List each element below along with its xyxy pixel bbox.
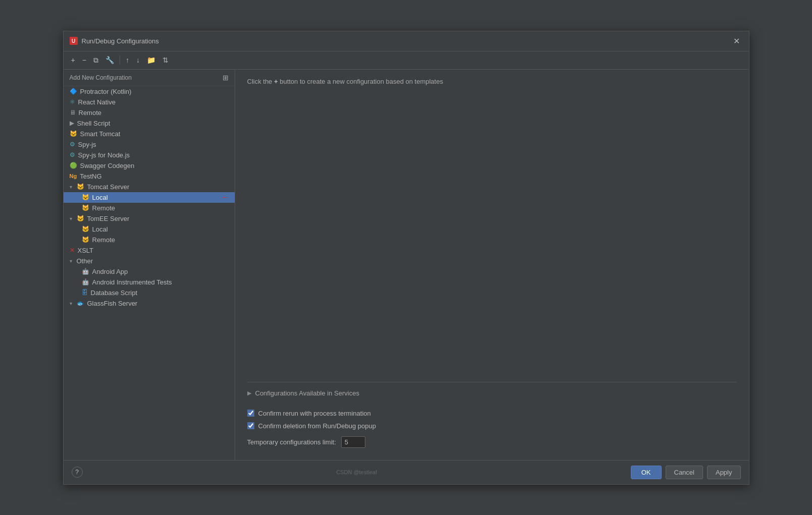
run-debug-dialog: U Run/Debug Configurations ✕ + − ⧉ 🔧 ↑ ↓… xyxy=(63,31,749,485)
glassfish-toggle[interactable]: ▾ xyxy=(70,301,75,306)
copy-config-button[interactable]: ⧉ xyxy=(91,54,101,66)
confirm-rerun-checkbox[interactable] xyxy=(247,410,254,417)
sidebar-item-protractor[interactable]: 🔷 Protractor (Kotlin) xyxy=(64,86,235,97)
android-app-icon: 🤖 xyxy=(82,268,89,275)
android-instrumented-label: Android Instrumented Tests xyxy=(92,278,172,286)
configs-available-label: Configurations Available in Services xyxy=(255,389,359,397)
configs-available-row[interactable]: ▶ Configurations Available in Services xyxy=(247,387,737,399)
sidebar-item-other[interactable]: ▾ Other xyxy=(64,256,235,266)
database-script-icon: 🗄 xyxy=(82,289,88,296)
watermark: CSDN @testleaf xyxy=(336,469,377,475)
dialog-title: Run/Debug Configurations xyxy=(82,37,159,45)
add-config-button[interactable]: + xyxy=(69,54,78,66)
sidebar-item-remote[interactable]: 🖥 Remote xyxy=(64,107,235,118)
sidebar-item-glassfish[interactable]: ▾ 🐟 GlassFish Server xyxy=(64,298,235,309)
config-section: ▶ Configurations Available in Services xyxy=(247,382,737,399)
spacer xyxy=(247,95,737,382)
tomcat-local-icon: 🐱 xyxy=(82,194,89,201)
folder-button[interactable]: 📁 xyxy=(144,54,158,66)
sidebar-item-tomee-local[interactable]: 🐱 Local xyxy=(64,224,235,235)
confirm-rerun-label: Confirm rerun with process termination xyxy=(258,410,371,417)
tomee-server-label: TomEE Server xyxy=(87,215,130,222)
swagger-label: Swagger Codegen xyxy=(80,162,135,169)
remote-icon: 🖥 xyxy=(70,109,76,116)
tomee-local-icon: 🐱 xyxy=(82,225,89,233)
testng-label: TestNG xyxy=(80,173,101,180)
sidebar: Add New Configuration ⊞ 🔷 Protractor (Ko… xyxy=(64,70,235,460)
confirm-deletion-row: Confirm deletion from Run/Debug popup xyxy=(247,420,737,432)
help-button[interactable]: ? xyxy=(72,467,83,478)
sort-button[interactable]: ⇅ xyxy=(160,54,171,66)
tomcat-server-toggle[interactable]: ▾ xyxy=(70,184,75,190)
spy-js-label: Spy-js xyxy=(78,141,96,148)
cancel-button[interactable]: Cancel xyxy=(666,466,703,479)
expand-arrow-icon: ▶ xyxy=(247,390,251,396)
database-script-label: Database Script xyxy=(91,289,138,297)
temp-limit-label: Temporary configurations limit: xyxy=(247,438,336,446)
ok-button[interactable]: OK xyxy=(631,466,662,479)
sidebar-item-react-native[interactable]: ⚛ React Native xyxy=(64,97,235,107)
protractor-label: Protractor (Kotlin) xyxy=(80,88,132,95)
tomcat-server-icon: 🐱 xyxy=(77,183,84,190)
move-up-button[interactable]: ↑ xyxy=(123,54,132,66)
sidebar-item-spy-js-node[interactable]: ⚙ Spy-js for Node.js xyxy=(64,150,235,160)
sidebar-item-android-instrumented[interactable]: 🤖 Android Instrumented Tests xyxy=(64,277,235,288)
add-new-label: Add New Configuration xyxy=(70,74,132,81)
sidebar-header: Add New Configuration ⊞ xyxy=(64,70,235,86)
title-bar: U Run/Debug Configurations ✕ xyxy=(64,31,749,51)
tomcat-remote-icon: 🐱 xyxy=(82,204,89,211)
sidebar-item-tomee-remote[interactable]: 🐱 Remote xyxy=(64,235,235,245)
protractor-icon: 🔷 xyxy=(70,88,77,95)
tomee-local-label: Local xyxy=(92,225,108,233)
sidebar-item-xslt[interactable]: ✕ XSLT xyxy=(64,245,235,256)
android-app-label: Android App xyxy=(92,268,128,275)
android-instrumented-icon: 🤖 xyxy=(82,278,89,285)
tomcat-local-label: Local xyxy=(92,194,108,201)
filter-icon[interactable]: ⊞ xyxy=(223,74,229,82)
confirm-deletion-label: Confirm deletion from Run/Debug popup xyxy=(258,422,376,430)
sidebar-item-tomcat-server[interactable]: ▾ 🐱 Tomcat Server xyxy=(64,182,235,192)
hint-text: Click the + button to create a new confi… xyxy=(247,78,737,85)
xslt-icon: ✕ xyxy=(70,247,75,254)
tomee-server-icon: 🐱 xyxy=(77,215,84,222)
remove-config-button[interactable]: − xyxy=(80,54,89,66)
spy-js-node-label: Spy-js for Node.js xyxy=(78,151,130,159)
bottom-bar: ? CSDN @testleaf OK Cancel Apply xyxy=(64,460,749,484)
other-toggle[interactable]: ▾ xyxy=(70,258,75,264)
confirm-deletion-checkbox[interactable] xyxy=(247,422,254,429)
sidebar-item-database-script[interactable]: 🗄 Database Script xyxy=(64,288,235,298)
close-button[interactable]: ✕ xyxy=(730,35,743,47)
sidebar-item-spy-js[interactable]: ⚙ Spy-js xyxy=(64,139,235,150)
tomee-remote-icon: 🐱 xyxy=(82,236,89,243)
tomee-server-toggle[interactable]: ▾ xyxy=(70,216,75,221)
sidebar-item-smart-tomcat[interactable]: 🐱 Smart Tomcat xyxy=(64,129,235,139)
sidebar-item-android-app[interactable]: 🤖 Android App xyxy=(64,266,235,277)
sidebar-item-testng[interactable]: Ng TestNG xyxy=(64,171,235,182)
xslt-label: XSLT xyxy=(78,247,94,254)
app-icon: U xyxy=(70,37,78,45)
react-native-label: React Native xyxy=(78,98,116,106)
apply-button[interactable]: Apply xyxy=(707,466,741,479)
move-down-button[interactable]: ↓ xyxy=(134,54,142,66)
smart-tomcat-label: Smart Tomcat xyxy=(80,130,121,138)
sidebar-item-shell-script[interactable]: ▶ Shell Script xyxy=(64,118,235,129)
spy-js-icon: ⚙ xyxy=(70,141,75,148)
temp-limit-input[interactable] xyxy=(341,436,365,448)
shell-script-label: Shell Script xyxy=(77,120,111,127)
main-content: Add New Configuration ⊞ 🔷 Protractor (Ko… xyxy=(64,70,749,460)
smart-tomcat-icon: 🐱 xyxy=(70,130,77,137)
right-panel: Click the + button to create a new confi… xyxy=(235,70,749,460)
confirm-rerun-row: Confirm rerun with process termination xyxy=(247,407,737,420)
glassfish-label: GlassFish Server xyxy=(87,300,138,307)
sidebar-item-swagger[interactable]: 🟢 Swagger Codegen xyxy=(64,160,235,171)
other-label: Other xyxy=(77,257,93,265)
settings-button[interactable]: 🔧 xyxy=(103,54,117,66)
sidebar-item-tomcat-remote[interactable]: 🐱 Remote xyxy=(64,203,235,213)
sidebar-item-tomcat-local[interactable]: 🐱 Local ← xyxy=(64,192,235,203)
toolbar-separator xyxy=(120,55,120,65)
remote-label: Remote xyxy=(79,109,102,117)
sidebar-item-tomee-server[interactable]: ▾ 🐱 TomEE Server xyxy=(64,213,235,224)
tomcat-remote-label: Remote xyxy=(92,204,116,212)
toolbar: + − ⧉ 🔧 ↑ ↓ 📁 ⇅ xyxy=(64,51,749,70)
react-native-icon: ⚛ xyxy=(70,98,75,105)
